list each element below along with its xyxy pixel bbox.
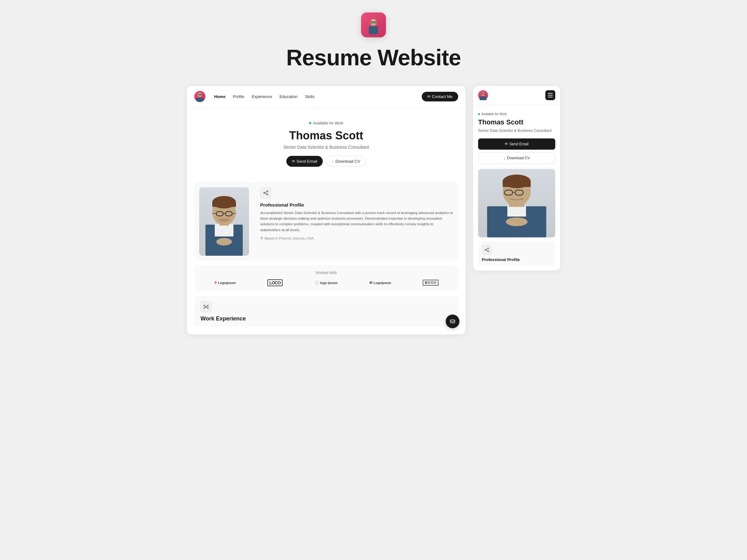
- mobile-download-cv-button[interactable]: ↓ Download CV: [478, 152, 555, 164]
- page-title: Resume Website: [286, 45, 461, 70]
- mobile-preview: Available for Work Thomas Scott Senior D…: [473, 86, 560, 271]
- svg-point-29: [261, 238, 262, 239]
- desktop-hero: Available for Work Thomas Scott Senior D…: [187, 107, 466, 182]
- svg-point-40: [481, 92, 485, 96]
- profile-location: Based in Phoenix, Arizona, USA.: [260, 236, 453, 240]
- mobile-nav: [473, 86, 560, 105]
- hero-buttons: ✉ Send Email ↓ Download CV: [194, 156, 458, 167]
- worked-with-section: Worked With ✛ Logoipsum LOCO ○ logo ipsu…: [194, 266, 458, 291]
- svg-line-27: [265, 192, 267, 193]
- svg-point-55: [488, 248, 489, 249]
- hero-subtitle: Senior Data Scientist & Business Consult…: [194, 145, 458, 150]
- svg-line-58: [486, 248, 487, 249]
- mobile-nav-avatar: [478, 90, 488, 100]
- profile-photo: [199, 187, 249, 256]
- svg-line-59: [486, 250, 487, 251]
- mobile-profile-icon: [482, 245, 492, 255]
- worked-with-title: Worked With: [201, 271, 452, 275]
- mobile-profile-title: Professional Profile: [482, 257, 551, 262]
- svg-point-25: [264, 192, 265, 193]
- nav-experience[interactable]: Experience: [252, 94, 272, 99]
- svg-line-36: [207, 306, 208, 306]
- mobile-name: Thomas Scott: [478, 118, 555, 126]
- svg-rect-12: [215, 224, 233, 236]
- available-dot: [309, 122, 311, 124]
- envelope-icon: ✉: [427, 95, 430, 99]
- logo-item-2: LOCO: [267, 279, 282, 286]
- logo-item-4: ≋ Logoipsum: [369, 280, 391, 285]
- download-cv-button[interactable]: ↓ Download CV: [326, 156, 366, 167]
- svg-line-28: [265, 193, 267, 194]
- svg-point-54: [506, 217, 527, 226]
- nav-education[interactable]: Education: [280, 94, 298, 99]
- send-email-button[interactable]: ✉ Send Email: [286, 156, 323, 167]
- hero-name: Thomas Scott: [194, 129, 458, 142]
- mobile-available-badge: Available for Work: [478, 112, 555, 116]
- person-image: [199, 187, 249, 256]
- nav-skills[interactable]: Skills: [305, 94, 314, 99]
- hamburger-menu-button[interactable]: [545, 90, 555, 100]
- logo-item-5: ⊞OGO: [423, 280, 439, 286]
- profile-section-icon: [260, 187, 272, 198]
- svg-point-26: [267, 194, 268, 195]
- logos-row: ✛ Logoipsum LOCO ○ logo ipsum ≋ Logoipsu…: [201, 279, 452, 286]
- work-experience-section: Work Experience: [194, 296, 458, 327]
- hamburger-line-2: [548, 95, 553, 96]
- logo-item-3: ○ logo ipsum: [314, 280, 338, 285]
- mobile-subtitle: Senior Data Scientist & Business Consult…: [478, 128, 555, 133]
- desktop-nav: Home Profile Experience Education Skills…: [187, 86, 466, 107]
- svg-point-56: [485, 249, 486, 250]
- mobile-profile-photo: [478, 169, 555, 237]
- svg-point-57: [488, 250, 489, 252]
- desktop-content: Professional Profile Accomplished Senior…: [187, 182, 466, 335]
- mobile-profile-section: Professional Profile: [478, 241, 555, 266]
- download-icon: ↓: [332, 159, 334, 163]
- svg-point-30: [205, 306, 207, 308]
- svg-line-37: [205, 307, 205, 308]
- mobile-available-dot: [478, 113, 480, 115]
- mobile-download-icon: ↓: [504, 156, 506, 160]
- previews-container: Home Profile Experience Education Skills…: [187, 86, 560, 335]
- mobile-email-icon: ✉: [505, 142, 508, 146]
- svg-line-35: [205, 306, 205, 306]
- svg-point-24: [267, 191, 268, 192]
- hamburger-line-1: [548, 93, 553, 94]
- nav-links: Home Profile Experience Education Skills: [214, 94, 415, 99]
- app-icon: [361, 12, 386, 37]
- logo-item-1: ✛ Logoipsum: [214, 280, 236, 285]
- svg-point-23: [216, 238, 232, 245]
- svg-rect-39: [450, 320, 455, 323]
- email-icon: ✉: [292, 159, 295, 163]
- profile-description: Accomplished Senior Data Scientist & Bus…: [260, 210, 453, 233]
- profile-info: Professional Profile Accomplished Senior…: [260, 182, 458, 261]
- work-exp-title: Work Experience: [201, 316, 452, 322]
- nav-avatar: [194, 91, 205, 102]
- page-header: Resume Website: [286, 12, 461, 70]
- mobile-send-email-button[interactable]: ✉ Send Email: [478, 138, 555, 150]
- nav-profile[interactable]: Profile: [233, 94, 244, 99]
- contact-me-button[interactable]: ✉ Contact Me: [422, 92, 458, 101]
- svg-line-38: [207, 307, 208, 308]
- nav-home[interactable]: Home: [214, 94, 225, 99]
- mobile-content: Professional Profile: [473, 169, 560, 271]
- svg-rect-41: [480, 97, 487, 100]
- hamburger-line-3: [548, 97, 553, 97]
- svg-point-22: [217, 217, 231, 222]
- mobile-hero: Available for Work Thomas Scott Senior D…: [473, 105, 560, 169]
- profile-section-title: Professional Profile: [260, 202, 453, 208]
- svg-rect-7: [196, 98, 204, 102]
- svg-rect-50: [503, 181, 531, 187]
- work-exp-icon: [201, 301, 212, 312]
- svg-rect-1: [369, 26, 378, 34]
- desktop-preview: Home Profile Experience Education Skills…: [187, 86, 466, 335]
- fab-email-button[interactable]: [446, 315, 459, 328]
- available-badge: Available for Work: [309, 121, 343, 125]
- svg-rect-46: [507, 206, 526, 216]
- profile-card: Professional Profile Accomplished Senior…: [194, 182, 458, 261]
- svg-rect-16: [212, 202, 236, 207]
